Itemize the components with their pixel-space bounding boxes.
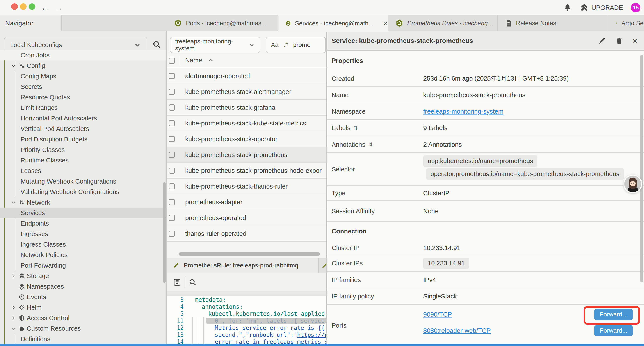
list-horizontal-scrollbar[interactable] bbox=[179, 253, 320, 256]
editor-search-icon[interactable] bbox=[188, 278, 197, 287]
row-checkbox[interactable] bbox=[169, 89, 175, 95]
sidebar-item-config[interactable]: Config bbox=[0, 60, 166, 71]
window-zoom-button[interactable] bbox=[29, 3, 35, 10]
sidebar-item-ingresses[interactable]: Ingresses bbox=[0, 229, 166, 239]
chevron-right-icon[interactable] bbox=[10, 273, 17, 279]
table-row-kube-prometheus-stack-prometheus[interactable]: kube-prometheus-stack-prometheus bbox=[166, 147, 326, 163]
table-row-kube-prometheus-stack-prometheus-node-expor[interactable]: kube-prometheus-stack-prometheus-node-ex… bbox=[166, 163, 326, 179]
tab-pods-icecheng-mathmas[interactable]: Pods - icecheng@mathmas... bbox=[166, 15, 278, 31]
sidebar-item-pod-disruption-budgets[interactable]: Pod Disruption Budgets bbox=[0, 134, 166, 145]
sidebar-item-access-control[interactable]: Access Control bbox=[0, 313, 166, 323]
tab-services-icecheng-math[interactable]: Services - icecheng@math...× bbox=[278, 15, 388, 31]
sidebar-item-vertical-pod-autoscalers[interactable]: Vertical Pod Autoscalers bbox=[0, 123, 166, 134]
sidebar-item-secrets[interactable]: Secrets bbox=[0, 81, 166, 92]
row-checkbox[interactable] bbox=[169, 183, 175, 189]
notifications-bell-icon[interactable] bbox=[563, 3, 572, 12]
chevron-right-icon[interactable] bbox=[10, 304, 17, 311]
sidebar-item-port-forwarding[interactable]: Port Forwarding bbox=[0, 260, 166, 271]
row-checkbox[interactable] bbox=[169, 120, 175, 126]
list-search-input[interactable]: Aa .* prome bbox=[266, 37, 326, 53]
table-row-thanos-ruler-operated[interactable]: thanos-ruler-operated bbox=[166, 226, 326, 242]
regex-toggle[interactable]: .* bbox=[284, 41, 288, 48]
tab-prometheus-rules-icecheng[interactable]: Prometheus Rules - icecheng... bbox=[388, 15, 498, 31]
sidebar-item-validating-webhook-configurations[interactable]: Validating Webhook Configurations bbox=[0, 187, 166, 197]
sidebar-item-helm[interactable]: Helm bbox=[0, 302, 166, 313]
sidebar-item-ingress-classes[interactable]: Ingress Classes bbox=[0, 239, 166, 250]
sidebar-item-resource-quotas[interactable]: Resource Quotas bbox=[0, 92, 166, 102]
tab-navigator[interactable]: Navigator bbox=[0, 15, 62, 31]
row-checkbox[interactable] bbox=[169, 136, 175, 142]
sidebar-item-definitions[interactable]: Definitions bbox=[0, 334, 166, 344]
sort-updown-icon[interactable]: ⇅ bbox=[368, 141, 373, 148]
sidebar-item-custom-resources[interactable]: Custom Resources bbox=[0, 323, 166, 334]
table-row-kube-prometheus-stack-alertmanager[interactable]: kube-prometheus-stack-alertmanager bbox=[166, 84, 326, 100]
table-row-kube-prometheus-stack-kube-state-metrics[interactable]: kube-prometheus-stack-kube-state-metrics bbox=[166, 116, 326, 131]
port-link[interactable]: 8080:reloader-web/TCP bbox=[423, 327, 491, 335]
sort-updown-icon[interactable]: ⇅ bbox=[353, 125, 358, 131]
yaml-editor[interactable]: 14error rate in freeleaps metrics ser13s… bbox=[166, 296, 326, 346]
chevron-down-icon[interactable] bbox=[10, 326, 17, 332]
sidebar-item-runtime-classes[interactable]: Runtime Classes bbox=[0, 155, 166, 166]
table-row-prometheus-operated[interactable]: prometheus-operated bbox=[166, 210, 326, 226]
table-row-kube-prometheus-stack-grafana[interactable]: kube-prometheus-stack-grafana bbox=[166, 100, 326, 116]
name-column-header[interactable]: Name bbox=[185, 57, 202, 64]
table-row-alertmanager-operated[interactable]: alertmanager-operated bbox=[166, 68, 326, 84]
row-checkbox[interactable] bbox=[169, 168, 175, 174]
select-all-checkbox[interactable] bbox=[169, 58, 175, 64]
sidebar-item-network-policies[interactable]: Network Policies bbox=[0, 250, 166, 260]
window-close-button[interactable] bbox=[11, 3, 18, 10]
editor-tab-partial[interactable] bbox=[319, 258, 326, 273]
delete-trash-icon[interactable] bbox=[615, 37, 623, 45]
chevron-right-icon[interactable] bbox=[10, 315, 17, 321]
table-row-prometheus-adapter[interactable]: prometheus-adapter bbox=[166, 194, 326, 210]
sidebar-item-priority-classes[interactable]: Priority Classes bbox=[0, 145, 166, 155]
namespace-filter-select[interactable]: freeleaps-monitoring-system bbox=[170, 37, 260, 53]
sidebar-search-icon[interactable] bbox=[152, 40, 161, 49]
upgrade-button[interactable]: UPGRADE bbox=[580, 3, 623, 12]
row-checkbox[interactable] bbox=[169, 73, 175, 79]
sidebar-item-limit-ranges[interactable]: Limit Ranges bbox=[0, 102, 166, 113]
service-name: kube-prometheus-stack-alertmanager bbox=[185, 88, 291, 95]
sidebar-item-endpoints[interactable]: Endpoints bbox=[0, 218, 166, 229]
sidebar-item-network[interactable]: Network bbox=[0, 197, 166, 208]
sidebar-item-mutating-webhook-configurations[interactable]: Mutating Webhook Configurations bbox=[0, 176, 166, 187]
sort-ascending-icon[interactable] bbox=[208, 57, 214, 63]
sidebar-scrollbar[interactable] bbox=[163, 182, 166, 283]
detail-scrollbar[interactable] bbox=[640, 55, 643, 283]
edit-pencil-icon[interactable] bbox=[598, 37, 606, 45]
sidebar-item-leases[interactable]: Leases bbox=[0, 166, 166, 176]
editor-horizontal-scrollbar[interactable] bbox=[206, 318, 326, 324]
notification-count-badge[interactable]: 15 bbox=[631, 3, 640, 12]
sidebar-item-services[interactable]: Services bbox=[0, 208, 166, 218]
row-checkbox[interactable] bbox=[169, 231, 175, 237]
row-checkbox[interactable] bbox=[169, 199, 175, 205]
sidebar-item-storage[interactable]: Storage bbox=[0, 271, 166, 281]
sidebar-item-horizontal-pod-autoscalers[interactable]: Horizontal Pod Autoscalers bbox=[0, 113, 166, 123]
sidebar-item-cron-jobs[interactable]: Cron Jobs bbox=[0, 50, 166, 60]
forward-arrow-icon[interactable]: → bbox=[54, 2, 63, 13]
row-checkbox[interactable] bbox=[169, 104, 175, 111]
chevron-down-icon[interactable] bbox=[10, 199, 17, 205]
port-link[interactable]: 9090/TCP bbox=[423, 311, 452, 318]
user-avatar[interactable] bbox=[624, 175, 642, 193]
back-arrow-icon[interactable]: ← bbox=[41, 2, 50, 13]
tab-release-notes[interactable]: Release Notes bbox=[498, 15, 608, 31]
window-minimize-button[interactable] bbox=[20, 3, 26, 10]
match-case-toggle[interactable]: Aa bbox=[271, 41, 278, 48]
table-row-kube-prometheus-stack-operator[interactable]: kube-prometheus-stack-operator bbox=[166, 131, 326, 147]
forward-button[interactable]: Forward... bbox=[594, 325, 633, 336]
row-checkbox[interactable] bbox=[169, 215, 175, 221]
chevron-down-icon[interactable] bbox=[10, 63, 17, 69]
property-value: SingleStack bbox=[423, 293, 457, 300]
sidebar-item-events[interactable]: Events bbox=[0, 292, 166, 302]
close-tab-icon[interactable]: × bbox=[383, 19, 388, 28]
row-checkbox[interactable] bbox=[169, 152, 175, 158]
sidebar-item-namespaces[interactable]: Namespaces bbox=[0, 281, 166, 292]
save-icon[interactable] bbox=[173, 278, 182, 287]
table-row-kube-prometheus-stack-thanos-ruler[interactable]: kube-prometheus-stack-thanos-ruler bbox=[166, 179, 326, 194]
close-icon[interactable]: × bbox=[632, 37, 638, 45]
editor-tab-prometheusrule[interactable]: PrometheusRule: freeleaps-prod-rabbitmq bbox=[166, 258, 319, 273]
namespace-link[interactable]: freeleaps-monitoring-system bbox=[423, 108, 504, 115]
sidebar-item-config-maps[interactable]: Config Maps bbox=[0, 71, 166, 81]
tab-argo-se[interactable]: Argo Se bbox=[608, 15, 644, 31]
